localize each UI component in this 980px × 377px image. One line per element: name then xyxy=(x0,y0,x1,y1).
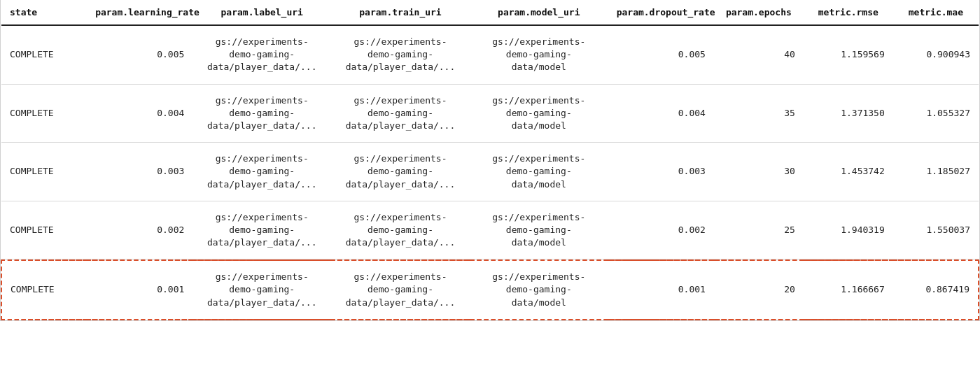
table-row: COMPLETE0.001gs://experiments-demo-gamin… xyxy=(1,260,979,320)
col-header-learning-rate: param.learning_rate xyxy=(87,0,192,25)
cell-learning-rate: 0.004 xyxy=(87,84,192,143)
cell-label-uri: gs://experiments-demo-gaming-data/player… xyxy=(192,260,331,320)
cell-train-uri: gs://experiments-demo-gaming-data/player… xyxy=(331,201,470,259)
col-header-epochs: param.epochs xyxy=(714,0,804,25)
cell-rmse: 1.159569 xyxy=(804,25,893,84)
col-header-label-uri: param.label_uri xyxy=(192,0,331,25)
experiments-table: state param.learning_rate param.label_ur… xyxy=(1,0,979,320)
cell-epochs: 25 xyxy=(714,201,804,259)
cell-learning-rate: 0.002 xyxy=(87,201,192,259)
cell-model-uri: gs://experiments-demo-gaming-data/model xyxy=(470,260,608,320)
cell-learning-rate: 0.003 xyxy=(87,143,192,201)
cell-dropout-rate: 0.004 xyxy=(608,84,714,143)
table-header-row: state param.learning_rate param.label_ur… xyxy=(1,0,979,25)
cell-dropout-rate: 0.005 xyxy=(608,25,714,84)
cell-label-uri: gs://experiments-demo-gaming-data/player… xyxy=(192,84,331,143)
cell-model-uri: gs://experiments-demo-gaming-data/model xyxy=(470,143,608,201)
cell-state: COMPLETE xyxy=(1,143,87,201)
cell-rmse: 1.940319 xyxy=(804,201,893,259)
cell-label-uri: gs://experiments-demo-gaming-data/player… xyxy=(192,201,331,259)
cell-label-uri: gs://experiments-demo-gaming-data/player… xyxy=(192,143,331,201)
cell-train-uri: gs://experiments-demo-gaming-data/player… xyxy=(331,143,470,201)
table-row: COMPLETE0.005gs://experiments-demo-gamin… xyxy=(1,25,979,84)
cell-train-uri: gs://experiments-demo-gaming-data/player… xyxy=(331,84,470,143)
col-header-dropout-rate: param.dropout_rate xyxy=(608,0,714,25)
cell-mae: 0.867419 xyxy=(893,260,979,320)
cell-train-uri: gs://experiments-demo-gaming-data/player… xyxy=(331,25,470,84)
cell-state: COMPLETE xyxy=(1,84,87,143)
cell-learning-rate: 0.005 xyxy=(87,25,192,84)
cell-state: COMPLETE xyxy=(1,260,87,320)
cell-train-uri: gs://experiments-demo-gaming-data/player… xyxy=(331,260,470,320)
cell-mae: 0.900943 xyxy=(893,25,979,84)
cell-epochs: 20 xyxy=(714,260,804,320)
col-header-model-uri: param.model_uri xyxy=(470,0,608,25)
cell-epochs: 30 xyxy=(714,143,804,201)
table-row: COMPLETE0.002gs://experiments-demo-gamin… xyxy=(1,201,979,259)
cell-dropout-rate: 0.001 xyxy=(608,260,714,320)
cell-learning-rate: 0.001 xyxy=(87,260,192,320)
col-header-state: state xyxy=(1,0,87,25)
table-row: COMPLETE0.003gs://experiments-demo-gamin… xyxy=(1,143,979,201)
cell-mae: 1.055327 xyxy=(893,84,979,143)
cell-rmse: 1.166667 xyxy=(804,260,893,320)
cell-dropout-rate: 0.002 xyxy=(608,201,714,259)
cell-rmse: 1.453742 xyxy=(804,143,893,201)
cell-label-uri: gs://experiments-demo-gaming-data/player… xyxy=(192,25,331,84)
cell-state: COMPLETE xyxy=(1,201,87,259)
col-header-train-uri: param.train_uri xyxy=(331,0,470,25)
cell-mae: 1.550037 xyxy=(893,201,979,259)
cell-model-uri: gs://experiments-demo-gaming-data/model xyxy=(470,201,608,259)
cell-epochs: 40 xyxy=(714,25,804,84)
table-row: COMPLETE0.004gs://experiments-demo-gamin… xyxy=(1,84,979,143)
cell-rmse: 1.371350 xyxy=(804,84,893,143)
cell-state: COMPLETE xyxy=(1,25,87,84)
col-header-mae: metric.mae xyxy=(893,0,979,25)
cell-mae: 1.185027 xyxy=(893,143,979,201)
cell-model-uri: gs://experiments-demo-gaming-data/model xyxy=(470,25,608,84)
cell-epochs: 35 xyxy=(714,84,804,143)
col-header-rmse: metric.rmse xyxy=(804,0,893,25)
cell-dropout-rate: 0.003 xyxy=(608,143,714,201)
main-table-container: state param.learning_rate param.label_ur… xyxy=(0,0,980,321)
cell-model-uri: gs://experiments-demo-gaming-data/model xyxy=(470,84,608,143)
